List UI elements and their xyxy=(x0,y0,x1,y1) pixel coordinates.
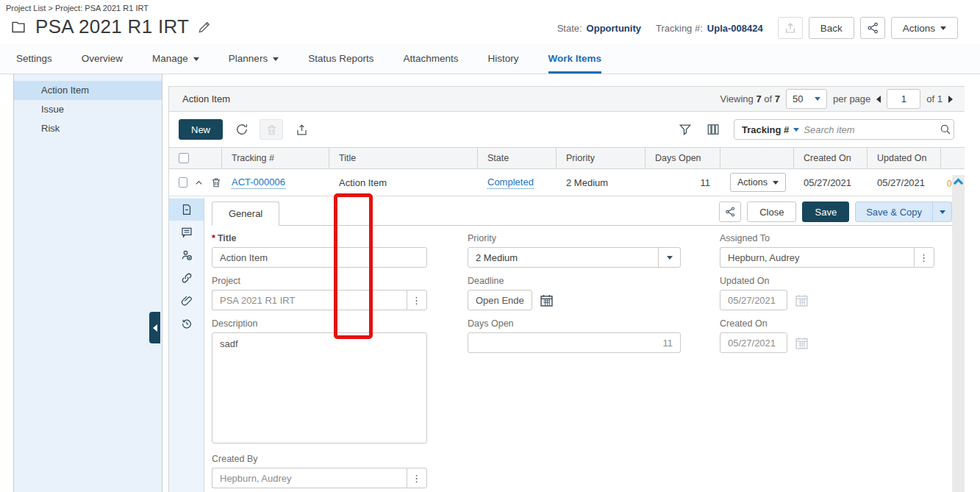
assigned-to-lookup-button[interactable]: ⋮ xyxy=(914,247,934,268)
table-header: Tracking # Title State Priority Days Ope… xyxy=(169,147,965,169)
col-days-open[interactable]: Days Open xyxy=(645,148,720,168)
assigned-to-input[interactable] xyxy=(720,247,914,268)
detail-icon-strip xyxy=(169,198,204,492)
days-open-label: Days Open xyxy=(468,318,681,329)
tab-overview[interactable]: Overview xyxy=(82,44,123,74)
page-size-select[interactable]: 50 xyxy=(786,89,827,109)
sidebar-item-issue[interactable]: Issue xyxy=(14,100,162,119)
save-button[interactable]: Save xyxy=(802,202,849,222)
detail-tabrow: General Close Save Save & Copy xyxy=(212,202,952,226)
detail-share-button[interactable] xyxy=(719,202,741,222)
action-item-panel: Action Item Viewing 7 of 7 50 per page o… xyxy=(168,86,965,492)
export-button[interactable] xyxy=(778,17,803,39)
detail-comments-button[interactable] xyxy=(169,221,204,243)
tab-history[interactable]: History xyxy=(487,44,518,74)
body-area: Action Item Issue Risk Action Item Viewi… xyxy=(0,74,980,492)
col-title[interactable]: Title xyxy=(329,148,478,168)
chevron-down-icon xyxy=(273,57,279,61)
calendar-icon-disabled xyxy=(794,293,809,308)
tab-manage[interactable]: Manage xyxy=(152,44,199,74)
search-field-selector[interactable]: Tracking # xyxy=(742,124,799,135)
export-grid-icon[interactable] xyxy=(295,123,309,137)
row-delete-icon[interactable] xyxy=(210,177,222,188)
col-priority[interactable]: Priority xyxy=(557,148,645,168)
row-tracking-link[interactable]: ACT-000006 xyxy=(232,177,285,189)
updated-on-label: Updated On xyxy=(720,276,934,286)
sidebar-item-action-item[interactable]: Action Item xyxy=(14,81,162,100)
calendar-icon[interactable] xyxy=(539,293,554,308)
deadline-input[interactable] xyxy=(468,290,532,310)
grid-toolbar: New xyxy=(169,112,965,147)
filter-icon[interactable] xyxy=(678,122,693,137)
new-button[interactable]: New xyxy=(179,119,223,140)
row-state-link[interactable]: Completed xyxy=(487,177,534,189)
col-state[interactable]: State xyxy=(478,148,557,168)
tab-attachments[interactable]: Attachments xyxy=(403,44,458,74)
clipped-cell-text: 0 xyxy=(947,179,952,189)
chevron-down-icon xyxy=(193,57,199,61)
vertical-scrollbar[interactable] xyxy=(952,175,965,492)
select-all-checkbox[interactable] xyxy=(179,153,189,163)
tab-status-reports[interactable]: Status Reports xyxy=(308,44,373,74)
breadcrumb[interactable]: Project List > Project: PSA 2021 R1 IRT xyxy=(6,4,149,13)
assigned-to-label: Assigned To xyxy=(720,233,934,243)
actions-button[interactable]: Actions xyxy=(891,17,958,39)
created-by-input[interactable] xyxy=(212,468,407,488)
created-by-lookup-button[interactable]: ⋮ xyxy=(407,468,427,488)
delete-button-disabled xyxy=(260,119,283,140)
detail-general-icon-button[interactable] xyxy=(169,199,204,221)
table-row: ACT-000006 Action Item Completed 2 Mediu… xyxy=(169,169,965,196)
chevron-down-icon xyxy=(815,97,820,101)
page-number-input[interactable] xyxy=(887,89,920,109)
top-header: Project List > Project: PSA 2021 R1 IRT … xyxy=(0,0,980,44)
priority-select[interactable]: 2 Medium xyxy=(468,247,681,268)
edit-title-icon[interactable] xyxy=(197,20,212,35)
save-copy-button[interactable]: Save & Copy xyxy=(855,202,933,222)
detail-assignments-button[interactable] xyxy=(169,244,204,266)
close-button[interactable]: Close xyxy=(747,202,796,222)
scroll-up-icon[interactable] xyxy=(952,175,965,188)
updated-on-input[interactable] xyxy=(720,290,787,310)
back-button[interactable]: Back xyxy=(809,17,854,39)
prev-page-icon[interactable] xyxy=(876,96,881,103)
tab-work-items[interactable]: Work Items xyxy=(548,44,602,74)
detail-history-button[interactable] xyxy=(169,313,204,335)
refresh-icon[interactable] xyxy=(235,122,249,137)
tab-settings[interactable]: Settings xyxy=(16,44,52,74)
project-input[interactable] xyxy=(212,290,407,310)
detail-attachments-button[interactable] xyxy=(169,290,204,312)
created-on-input[interactable] xyxy=(720,332,787,353)
row-actions-button[interactable]: Actions xyxy=(730,173,786,192)
project-lookup-button[interactable]: ⋮ xyxy=(407,290,427,310)
search-icon[interactable] xyxy=(939,123,952,136)
grid-search-box: Tracking # xyxy=(734,119,954,140)
col-created-on[interactable]: Created On xyxy=(794,148,868,168)
chevron-down-icon xyxy=(940,210,945,214)
tab-general[interactable]: General xyxy=(212,202,279,226)
chevron-down-icon xyxy=(667,256,673,260)
description-textarea[interactable]: sadf xyxy=(212,332,427,443)
detail-links-button[interactable] xyxy=(169,267,204,289)
kebab-icon: ⋮ xyxy=(412,473,422,484)
search-input[interactable] xyxy=(799,124,939,135)
created-on-label: Created On xyxy=(720,318,934,329)
sidebar-item-risk[interactable]: Risk xyxy=(14,119,162,138)
state-value: Opportunity xyxy=(587,23,641,34)
share-button[interactable] xyxy=(860,17,885,39)
tab-planners[interactable]: Planners xyxy=(229,44,279,74)
title-input[interactable] xyxy=(212,247,427,268)
sidebar-collapse-button[interactable] xyxy=(149,312,160,343)
col-updated-on[interactable]: Updated On xyxy=(868,148,941,168)
general-form: *Title Project ⋮ Description sadf Create… xyxy=(212,226,952,492)
collapse-row-icon[interactable] xyxy=(194,178,204,188)
panel-header: Action Item Viewing 7 of 7 50 per page o… xyxy=(169,86,965,112)
save-copy-dropdown-button[interactable] xyxy=(933,202,952,222)
work-items-sidebar: Action Item Issue Risk xyxy=(13,74,162,492)
columns-icon[interactable] xyxy=(706,122,720,137)
col-tracking[interactable]: Tracking # xyxy=(222,148,329,168)
kebab-icon: ⋮ xyxy=(919,252,929,263)
paperclip-icon xyxy=(180,294,193,307)
days-open-input[interactable] xyxy=(468,332,681,353)
row-checkbox[interactable] xyxy=(179,177,187,188)
next-page-icon[interactable] xyxy=(948,96,953,103)
